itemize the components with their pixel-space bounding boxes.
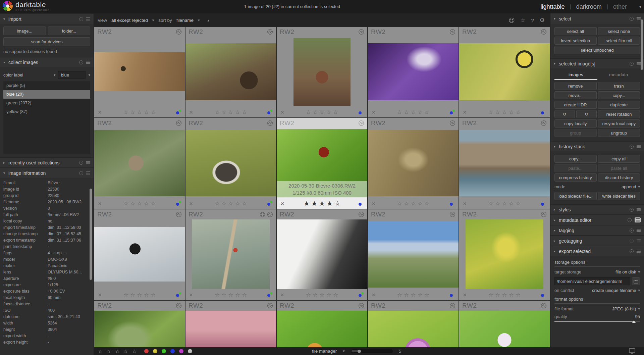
reject-icon[interactable]: × [98,292,102,298]
star-icon[interactable]: ☆ [509,292,514,298]
collection-item[interactable]: green (2072) [3,99,90,107]
overlays-star-icon[interactable]: ☆ [520,17,525,24]
presets-icon[interactable] [637,145,641,148]
select-none-button[interactable]: select none [598,27,640,35]
reset-icon[interactable] [79,60,83,64]
star-icon[interactable]: ☆ [516,109,521,115]
filter-color-purple[interactable] [179,349,183,353]
star-icon[interactable]: ☆ [228,109,233,115]
load-sidecar-button[interactable]: load sidecar file... [554,192,597,200]
ungroup-button[interactable]: ungroup [598,129,640,137]
presets-icon[interactable] [637,62,641,65]
star-icon[interactable]: ☆ [313,109,317,115]
move-button[interactable]: move... [554,91,597,99]
thumbnail-photo-yellow-wildflower[interactable] [466,219,543,289]
rotate-ccw-button[interactable]: ↺ [554,110,575,118]
thumbnail-cell[interactable]: RW2 × ☆☆☆☆☆ [459,209,550,300]
thumbnail-photo-cat-closeup[interactable] [277,219,367,289]
star-icon[interactable]: ☆ [215,200,219,207]
rule-property-caret-icon[interactable]: ▾ [54,73,56,77]
thumbnail-cell[interactable]: RW2 × ☆☆☆☆☆ [185,118,276,209]
group-button[interactable]: group [554,129,597,137]
history-copy-all-button[interactable]: copy all [598,155,640,163]
file-format-value[interactable]: JPEG (8-bit) ▾ [612,306,640,311]
star-icon[interactable]: ☆ [130,109,135,115]
reset-icon[interactable] [630,62,634,66]
metadata-editor-header[interactable]: ▸ metadata editor [550,214,644,225]
star-icon[interactable]: ☆ [221,292,226,298]
star-icon[interactable]: ☆ [411,200,416,207]
reject-icon[interactable]: × [372,109,375,115]
compress-history-button[interactable]: compress history [554,173,597,182]
star-icon[interactable]: ☆ [306,292,311,298]
thumbnail-cell[interactable]: RW2 × ☆☆☆☆☆ [459,27,550,117]
thumbnail-cell[interactable]: RW2 × ☆☆☆☆☆ [277,209,367,300]
star-icon[interactable]: ☆ [123,109,128,115]
reject-icon[interactable]: × [189,292,193,298]
filter-color-red[interactable] [144,349,149,353]
star-icon[interactable]: ☆ [404,109,409,115]
thumbnail-cell[interactable]: RW2 × ☆☆☆☆☆ [368,301,459,347]
thumbnail-photo-aerial-stone-house[interactable] [94,130,185,196]
reject-icon[interactable]: × [98,109,102,115]
thumbnail-photo-dragonfly-on-twig[interactable] [192,219,270,289]
reset-icon[interactable] [630,239,634,243]
filter-color-green[interactable] [162,349,166,353]
reset-icon[interactable] [630,17,634,21]
star-icon[interactable]: ☆ [425,109,429,115]
view-filter-value[interactable]: all except rejected [111,18,148,23]
collection-item[interactable]: yellow (87) [3,107,90,116]
styles-header[interactable]: ▸ styles [550,204,644,214]
star-icon[interactable]: ☆ [509,200,514,207]
preferences-gear-icon[interactable]: ⚙ [540,17,545,24]
collection-item[interactable]: purple (5) [3,81,90,90]
thumbnail-photo-rocky-coastline[interactable] [459,130,550,196]
reset-icon[interactable] [79,171,83,175]
remove-button[interactable]: remove [554,82,597,90]
star-icon[interactable]: ★ [311,199,317,207]
thumbnail-cell[interactable]: RW2 × ☆☆☆☆☆ [185,301,276,347]
reject-icon[interactable]: × [189,200,193,207]
star-icon[interactable]: ☆ [151,292,156,298]
star-icon[interactable]: ☆ [144,200,149,207]
group-icon[interactable] [260,212,265,217]
geotagging-header[interactable]: ▸ geotagging [550,235,644,246]
thumbnail-photo-eagle-over-cliff[interactable] [94,52,185,91]
star-icon[interactable]: ☆ [397,109,402,115]
thumbnail-photo-mountain-landscape[interactable] [368,221,459,288]
copy-locally-button[interactable]: copy locally [554,119,597,128]
star-icon[interactable]: ☆ [151,200,156,207]
layout-selector[interactable]: file manager [312,349,337,354]
history-copy-button[interactable]: copy... [554,155,597,163]
tab-images[interactable]: images [554,71,597,80]
active-preset-icon[interactable] [635,217,641,222]
reject-icon[interactable]: × [463,109,467,115]
thumbnail-photo-lizard-on-ground[interactable] [368,130,459,196]
zoom-slider-handle[interactable] [358,350,361,353]
history-paste-button[interactable]: paste... [554,164,597,172]
thumbnail-photo-thistle-flower[interactable] [368,311,459,347]
filter-star-icon[interactable]: ☆ [98,348,102,354]
export-path-input[interactable] [554,277,630,285]
thumbnail-photo-garden-sculpture[interactable] [185,43,276,101]
thumbnail-cell[interactable]: RW2 × ☆☆☆☆☆ [368,118,459,209]
star-icon[interactable]: ☆ [488,109,493,115]
star-icon[interactable]: ☆ [404,292,409,298]
thumbnail-photo-duck-on-water[interactable] [185,130,276,196]
star-icon[interactable]: ☆ [228,292,233,298]
star-icon[interactable]: ☆ [242,200,247,207]
star-icon[interactable]: ☆ [137,292,142,298]
reject-icon[interactable]: × [280,200,284,207]
star-icon[interactable]: ☆ [144,109,149,115]
select-all-button[interactable]: select all [554,27,597,35]
presets-icon[interactable] [637,229,641,232]
thumbnail-photo-purple-iris[interactable] [368,43,459,101]
star-icon[interactable]: ☆ [137,109,142,115]
view-mode-lighttable[interactable]: lighttable [541,3,565,10]
create-hdr-button[interactable]: create HDR [554,101,597,109]
sort-caret-icon[interactable]: ▾ [198,18,200,22]
star-icon[interactable]: ☆ [144,292,149,298]
history-stack-header[interactable]: ▾ history stack [550,141,644,151]
star-icon[interactable]: ☆ [418,200,422,207]
select-untouched-button[interactable]: select untouched [554,46,640,54]
